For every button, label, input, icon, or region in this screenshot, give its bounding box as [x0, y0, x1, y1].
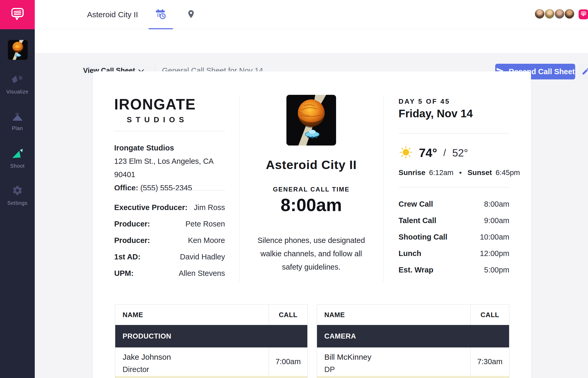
studiobinder-bubble-icon — [580, 10, 587, 18]
table-header: NAME CALL — [317, 305, 509, 325]
location-pin-icon — [186, 9, 196, 20]
sunset-label: Sunset — [468, 168, 492, 177]
schedule-row: Crew Call 8:00am — [399, 200, 509, 216]
collaborator-avatar[interactable] — [564, 9, 575, 19]
edit-call-sheet-button[interactable] — [578, 64, 588, 79]
top-bar: Asteroid City II — [35, 0, 588, 29]
crew-name: Jake Johnson — [123, 353, 269, 362]
plan-icon — [11, 112, 24, 122]
brand-chat-badge[interactable] — [579, 9, 588, 19]
shoot-icon — [11, 148, 24, 160]
next-section-peek — [317, 376, 509, 378]
contact-row: Producer: Ken Moore — [114, 236, 225, 253]
sidebar-item-visualize[interactable]: Visualize — [0, 75, 35, 104]
temp-high: 74° — [419, 146, 437, 160]
contact-row: UPM: Allen Stevens — [114, 269, 225, 286]
tab-call-sheets[interactable] — [149, 0, 172, 29]
visualize-icon — [11, 75, 24, 86]
sidebar-item-label: Shoot — [10, 163, 25, 169]
pencil-icon — [581, 67, 588, 76]
contact-row: Producer: Pete Rosen — [114, 220, 225, 236]
general-call-time-label: GENERAL CALL TIME — [233, 186, 390, 193]
crew-table-production: NAME CALL PRODUCTION Jake Johnson Direct… — [115, 304, 308, 378]
day-schedule-list: Crew Call 8:00am Talent Call 9:00am Shoo… — [399, 200, 509, 282]
schedule-row: Shooting Call 10:00am — [399, 233, 509, 249]
crew-role: DP — [324, 365, 470, 374]
call-sheet-card: IRONGATE STUDIOS Irongate Studios 123 El… — [93, 71, 531, 378]
crew-call-time: 7:00am — [269, 347, 307, 376]
project-thumbnail[interactable] — [8, 40, 28, 60]
schedule-row: Est. Wrap 5:00pm — [399, 266, 509, 282]
temp-low: 52° — [452, 147, 468, 159]
sidebar-item-label: Settings — [7, 200, 27, 206]
divider — [114, 190, 225, 190]
tab-locations[interactable] — [179, 0, 203, 29]
divider — [114, 131, 225, 131]
general-call-time: 8:00am — [233, 195, 390, 215]
company-office: Office: (555) 555-2345 — [114, 181, 225, 195]
crew-role: Director — [123, 365, 269, 374]
contact-row: Executive Producer: Jim Ross — [114, 203, 225, 220]
temp-divider: / — [443, 147, 446, 158]
crew-name: Bill McKinney — [324, 353, 470, 362]
divider — [399, 133, 509, 133]
office-phone: (555) 555-2345 — [140, 184, 192, 192]
sidebar-item-plan[interactable]: Plan — [0, 112, 35, 141]
day-counter: DAY 5 OF 45 — [399, 97, 450, 106]
studio-logo-bottom: STUDIOS — [127, 115, 225, 124]
settings-gear-icon — [12, 185, 23, 197]
call-sheet-header: View Call Sheet General Call Sheet for N… — [35, 29, 588, 54]
department-section-row: CAMERA — [317, 325, 509, 347]
collaborator-avatar[interactable] — [554, 9, 565, 19]
sunrise-time: 6:12am — [429, 168, 453, 177]
weather: 74° / 52° — [399, 145, 509, 161]
crew-row: Bill McKinney DP 7:30am — [317, 347, 509, 376]
sunrise-sunset: Sunrise 6:12am • Sunset 6:45pm — [399, 168, 509, 177]
sidebar-item-settings[interactable]: Settings — [0, 185, 35, 214]
schedule-row: Talent Call 9:00am — [399, 216, 509, 233]
key-contacts-list: Executive Producer: Jim Ross Producer: P… — [114, 203, 225, 286]
call-column-header: CALL — [269, 305, 307, 325]
name-column-header: NAME — [115, 305, 269, 325]
contact-row: 1st AD: David Hadley — [114, 253, 225, 269]
project-title: Asteroid City II — [87, 0, 138, 29]
office-label: Office: — [114, 184, 138, 192]
next-section-peek — [115, 376, 307, 378]
crew-row: Jake Johnson Director 7:00am — [115, 347, 307, 376]
studio-logo-top: IRONGATE — [114, 97, 225, 112]
crew-table-camera: NAME CALL CAMERA Bill McKinney DP 7:30am — [317, 304, 509, 378]
company-name: Irongate Studios — [114, 141, 225, 155]
studiobinder-bubble-icon — [9, 6, 26, 24]
department-section-row: PRODUCTION — [115, 325, 307, 347]
sunrise-label: Sunrise — [399, 168, 425, 177]
divider — [399, 187, 509, 187]
sidebar-item-shoot[interactable]: Shoot — [0, 148, 35, 177]
sidebar-item-label: Plan — [12, 125, 23, 131]
production-title: Asteroid City II — [233, 158, 390, 172]
studio-logo: IRONGATE STUDIOS — [114, 97, 225, 124]
safety-note: Silence phones, use designated walkie ch… — [251, 234, 371, 274]
sun-icon — [399, 145, 413, 161]
shoot-date: Friday, Nov 14 — [399, 107, 473, 120]
company-address: 123 Elm St., Los Angeles, CA 90401 — [114, 155, 225, 181]
sidebar: Visualize Plan Shoot Settings — [0, 0, 35, 378]
calendar-clock-icon — [154, 8, 166, 21]
collaborator-avatar[interactable] — [544, 9, 555, 19]
dot-separator: • — [459, 168, 462, 177]
company-info: Irongate Studios 123 Elm St., Los Angele… — [114, 141, 225, 195]
crew-call-time: 7:30am — [470, 347, 509, 376]
production-poster — [286, 95, 336, 146]
sunset-time: 6:45pm — [495, 168, 520, 177]
call-column-header: CALL — [470, 305, 509, 325]
name-column-header: NAME — [317, 305, 470, 325]
sidebar-item-label: Visualize — [6, 89, 28, 95]
schedule-row: Lunch 12:00pm — [399, 249, 509, 266]
app-logo[interactable] — [0, 0, 35, 29]
table-header: NAME CALL — [115, 305, 307, 325]
collaborator-avatar[interactable] — [534, 9, 545, 19]
